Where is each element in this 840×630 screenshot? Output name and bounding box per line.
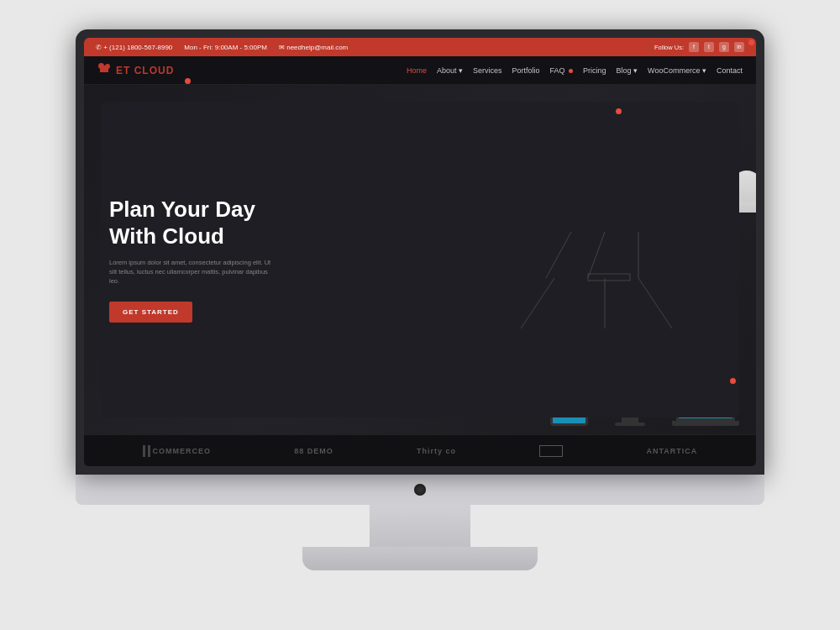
- nav-blog[interactable]: Blog ▾: [617, 66, 638, 75]
- hero-dot-bottom: [730, 378, 736, 384]
- logo-cloud-shape: [100, 66, 108, 72]
- nav-faq[interactable]: FAQ: [550, 66, 574, 75]
- nav-about[interactable]: About ▾: [437, 66, 463, 75]
- hero-title: Plan Your DayWith Cloud: [109, 197, 277, 249]
- nav-services[interactable]: Services: [473, 66, 502, 75]
- nav-pricing[interactable]: Pricing: [583, 66, 606, 75]
- topbar-right: Follow Us: f t g in: [654, 42, 744, 52]
- hero-section: Plan Your DayWith Cloud Lorem ipsum dolo…: [84, 85, 756, 434]
- monitor-camera: [414, 484, 426, 496]
- partner-bar-2: [148, 445, 150, 457]
- phone-text: ✆ + (121) 1800-567-8990: [96, 44, 172, 51]
- monitor: ✆ + (121) 1800-567-8990 Mon - Fri: 9:00A…: [76, 29, 764, 601]
- hours-text: Mon - Fri: 9:00AM - 5:00PM: [184, 44, 267, 51]
- website: ✆ + (121) 1800-567-8990 Mon - Fri: 9:00A…: [84, 38, 756, 466]
- partner-antartica: ANTARTICA: [647, 447, 698, 455]
- partner-commerceo: COMMERCEO: [143, 445, 212, 457]
- linkedin-icon[interactable]: in: [734, 42, 744, 52]
- logo-icon: [97, 66, 111, 76]
- partner-label-4: ANTARTICA: [647, 447, 698, 455]
- partner-box: [539, 445, 563, 457]
- partner-bar-1: [143, 445, 145, 457]
- logo[interactable]: ET CLOUD: [97, 65, 174, 76]
- logo-cloud-text: CLOUD: [134, 65, 175, 76]
- nav-contact[interactable]: Contact: [717, 66, 743, 75]
- facebook-icon[interactable]: f: [689, 42, 699, 52]
- twitter-icon[interactable]: t: [704, 42, 714, 52]
- nav-woocommerce[interactable]: WooCommerce ▾: [648, 66, 706, 75]
- topbar-left: ✆ + (121) 1800-567-8990 Mon - Fri: 9:00A…: [96, 44, 348, 51]
- outer-dot-1: [185, 78, 191, 84]
- monitor-base-foot: [302, 547, 538, 570]
- device-foot: [615, 423, 645, 426]
- logo-text: ET CLOUD: [116, 65, 174, 76]
- faq-dot: [569, 69, 573, 73]
- hero-subtitle: Lorem ipsum dolor sit amet, consectetur …: [109, 258, 277, 286]
- partner-label-1: COMMERCEO: [153, 447, 212, 455]
- monitor-base-neck: [370, 505, 470, 547]
- follow-label: Follow Us:: [654, 44, 684, 51]
- partner-thirty: Thirty co: [417, 447, 456, 455]
- email-text: ✉ needhelp@mail.com: [279, 44, 348, 51]
- nav-links: Home About ▾ Services Portfolio FAQ Pric…: [407, 66, 743, 75]
- hero-content: Plan Your DayWith Cloud Lorem ipsum dolo…: [109, 197, 277, 322]
- partner-demo: 88 DEMO: [294, 447, 333, 455]
- topbar: ✆ + (121) 1800-567-8990 Mon - Fri: 9:00A…: [84, 38, 756, 56]
- monitor-screen-inner: ✆ + (121) 1800-567-8990 Mon - Fri: 9:00A…: [84, 38, 756, 466]
- nav-home[interactable]: Home: [407, 66, 427, 75]
- laptop-base: [672, 421, 739, 426]
- get-started-button[interactable]: GET STARTED: [109, 302, 192, 323]
- logo-et: ET: [116, 65, 130, 76]
- partner-label-2: 88 DEMO: [294, 447, 333, 455]
- hero-dot-top: [616, 108, 622, 114]
- googleplus-icon[interactable]: g: [719, 42, 729, 52]
- monitor-chin: [76, 475, 764, 505]
- monitor-screen-outer: ✆ + (121) 1800-567-8990 Mon - Fri: 9:00A…: [76, 29, 764, 475]
- partner-label-3: Thirty co: [417, 447, 456, 455]
- corner-dot-tr: [748, 39, 754, 45]
- nav-portfolio[interactable]: Portfolio: [512, 66, 540, 75]
- partners-strip: COMMERCEO 88 DEMO Thirty co ANTARTICA: [84, 434, 756, 466]
